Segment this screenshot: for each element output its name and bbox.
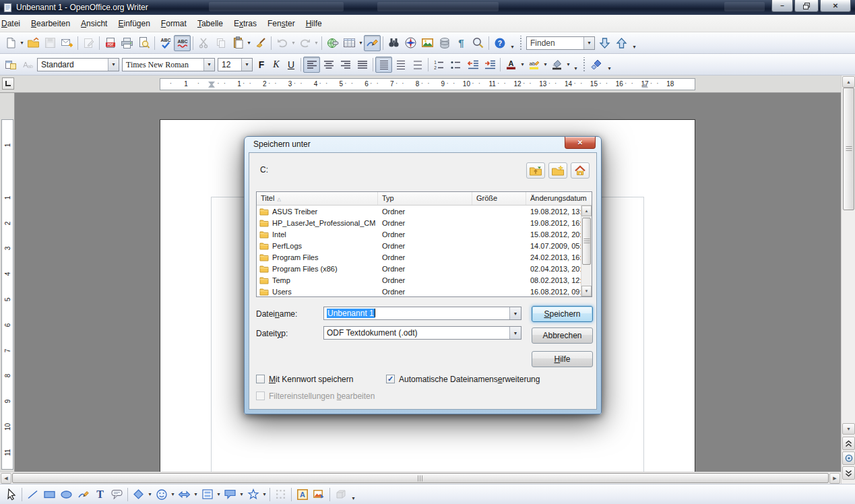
format-paintbrush-button[interactable] (252, 35, 269, 51)
list-scrollbar-thumb[interactable] (582, 218, 591, 265)
navigation-button[interactable] (842, 451, 855, 465)
from-file-button[interactable] (311, 486, 327, 503)
highlighting-dropdown-arrow[interactable]: ▾ (542, 61, 548, 67)
copy-button[interactable] (212, 35, 229, 51)
find-toolbar-overflow-arrow[interactable]: ▾ (630, 35, 639, 51)
titlebar[interactable]: Unbenannt 1 - OpenOffice.org Writer – ✕ (0, 0, 855, 15)
redo-button[interactable] (296, 35, 313, 51)
align-right-button[interactable] (337, 57, 354, 73)
list-scroll-up-button[interactable]: ▲ (581, 206, 592, 216)
align-left-button[interactable] (303, 57, 320, 73)
stars-button[interactable] (245, 486, 261, 503)
edit-points-button[interactable] (272, 486, 289, 503)
scroll-up-button[interactable]: ▲ (842, 76, 855, 88)
password-checkbox[interactable]: ✓ (256, 375, 265, 383)
right-indent-marker[interactable] (641, 84, 648, 88)
extra-toolbar-grip[interactable] (582, 57, 586, 72)
help-button[interactable]: Hilfe (532, 351, 593, 367)
text-callout-button[interactable] (108, 486, 125, 503)
password-checkbox-label[interactable]: Mit Kennwort speichern (269, 375, 353, 384)
minimize-button[interactable]: – (771, 0, 793, 12)
callouts-button[interactable] (222, 486, 239, 503)
menu-hilfe[interactable]: Hilfe (300, 17, 327, 30)
cut-button[interactable] (195, 35, 212, 51)
paragraph-style-combobox[interactable]: Standard ▾ (37, 58, 119, 71)
find-dropdown-button[interactable]: ▾ (583, 37, 594, 49)
horizontal-scrollbar-thumb[interactable] (12, 473, 829, 483)
help-button[interactable]: ? (491, 35, 508, 51)
paragraph-style-dropdown-button[interactable]: ▾ (108, 59, 119, 71)
vertical-ruler-scale[interactable]: 1 1234567891011 (1, 119, 13, 470)
select-button[interactable] (3, 486, 20, 503)
spellcheck-button[interactable]: ABC (157, 35, 174, 51)
column-header-aenderungsdatum[interactable]: Änderungsdatum (526, 192, 592, 205)
menu-fenster[interactable]: Fenster (262, 17, 300, 30)
ellipse-button[interactable] (58, 486, 75, 503)
restore-button[interactable] (794, 0, 819, 12)
hyperlink-button[interactable] (324, 35, 341, 51)
find-replace-button[interactable] (385, 35, 402, 51)
font-name-value[interactable]: Times New Roman (123, 59, 203, 71)
file-row[interactable]: Temp Ordner 08.02.2013, 12:3 (257, 274, 592, 286)
file-row[interactable]: Program Files Ordner 24.02.2013, 16:0 (257, 251, 592, 263)
column-header-groesse[interactable]: Größe (472, 192, 526, 205)
menu-tabelle[interactable]: Tabelle (192, 17, 228, 30)
bold-button[interactable]: F (254, 57, 269, 73)
line-spacing-2-button[interactable] (409, 57, 426, 73)
scroll-left-button[interactable]: ◀ (1, 473, 11, 484)
increase-indent-button[interactable] (481, 57, 498, 73)
extra-toolbar-overflow-arrow[interactable]: ▾ (605, 57, 614, 73)
vertical-ruler[interactable]: 1 1234567891011 (0, 93, 15, 472)
auto-extension-checkbox[interactable]: ✓ (386, 375, 395, 383)
flowchart-dropdown-arrow[interactable]: ▾ (216, 491, 222, 497)
find-next-button[interactable] (596, 35, 613, 51)
find-input[interactable]: Finden (527, 37, 583, 49)
next-page-button[interactable] (842, 466, 855, 480)
edit-file-button[interactable] (80, 35, 97, 51)
print-button[interactable] (119, 35, 135, 51)
export-pdf-button[interactable]: PDF (102, 35, 119, 51)
character-style-button[interactable]: Aab (19, 57, 36, 73)
file-row[interactable]: PerfLogs Ordner 14.07.2009, 05:2 (257, 240, 592, 251)
file-row[interactable]: ASUS Treiber Ordner 19.08.2012, 13:2 (257, 206, 592, 217)
column-header-typ[interactable]: Typ (378, 192, 472, 205)
filetype-combobox[interactable]: ODF Textdokument (.odt) ▾ (323, 326, 521, 340)
auto-spellcheck-button[interactable]: ABC (174, 35, 191, 51)
undo-button[interactable] (274, 35, 290, 51)
justify-button[interactable] (354, 57, 371, 73)
fontwork-gallery-button[interactable]: A (294, 486, 311, 503)
menu-datei[interactable]: Datei (0, 17, 26, 30)
navigator-button[interactable] (402, 35, 419, 51)
background-color-button[interactable] (548, 57, 565, 73)
filename-input[interactable]: Unbenannt 1 (324, 307, 509, 319)
new-document-button[interactable] (2, 35, 19, 51)
italic-button[interactable]: K (269, 57, 284, 73)
gallery-button[interactable] (419, 35, 436, 51)
symbol-shapes-dropdown-arrow[interactable]: ▾ (170, 491, 176, 497)
horizontal-ruler[interactable]: 1 123456789101112131415161718 (0, 75, 841, 93)
find-combobox[interactable]: Finden ▾ (526, 36, 595, 50)
menu-format[interactable]: Format (156, 17, 192, 30)
file-row[interactable]: HP_LaserJet_Professional_CM Ordner 19.08… (257, 217, 592, 228)
find-toolbar-grip[interactable] (519, 36, 523, 51)
paste-dropdown-arrow[interactable]: ▾ (246, 40, 252, 46)
column-header-titel[interactable]: Titel△ (257, 192, 378, 205)
symbol-shapes-button[interactable] (153, 486, 170, 503)
file-row[interactable]: Users Ordner 16.08.2012, 09:2 (257, 286, 592, 296)
filename-combobox[interactable]: Unbenannt 1 ▾ (323, 307, 521, 320)
callouts-dropdown-arrow[interactable]: ▾ (239, 491, 245, 497)
toolbar-overflow-arrow[interactable]: ▾ (508, 35, 517, 51)
scroll-down-button[interactable]: ▼ (842, 423, 855, 435)
basic-shapes-button[interactable] (130, 486, 147, 503)
formatting-toolbar-overflow-arrow[interactable]: ▾ (571, 57, 580, 73)
paste-button[interactable] (229, 35, 246, 51)
find-previous-button[interactable] (613, 35, 630, 51)
formatting-marks-button[interactable]: ¶ (453, 35, 470, 51)
left-indent-marker[interactable] (208, 84, 215, 88)
edit-points-toolbar-button[interactable] (588, 57, 605, 73)
undo-dropdown-arrow[interactable]: ▾ (290, 40, 296, 46)
filetype-dropdown-button[interactable]: ▾ (509, 327, 521, 339)
text-button[interactable]: T (92, 486, 108, 503)
insert-table-button[interactable] (341, 35, 358, 51)
file-row[interactable]: Program Files (x86) Ordner 02.04.2013, 2… (257, 263, 592, 274)
